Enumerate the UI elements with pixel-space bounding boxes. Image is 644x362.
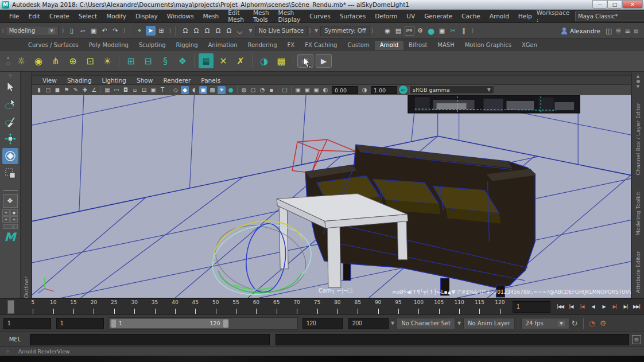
xray-icon[interactable]: ▣ <box>294 86 302 94</box>
anim-layer-field[interactable]: No Anim Layer <box>463 318 515 329</box>
arnold-renderview-button[interactable]: ◎ <box>297 54 313 68</box>
attribute-editor-toggle-icon[interactable]: ⧈ <box>633 27 639 35</box>
snap-to-point-icon[interactable]: Ω <box>202 26 212 36</box>
standin-export-icon[interactable]: ⊟ <box>141 53 156 68</box>
maximize-button[interactable]: □ <box>607 0 622 9</box>
shelf-tab[interactable]: Motion Graphics <box>460 41 517 50</box>
layout-small-button[interactable] <box>13 224 18 229</box>
shelf-tab[interactable]: Custom <box>342 41 374 50</box>
menu-item[interactable]: Arnold <box>485 13 514 20</box>
go-to-end-button[interactable]: ▶▶| <box>631 301 642 313</box>
channel-box-toggle-icon[interactable]: ≡ <box>623 27 631 35</box>
current-frame-field[interactable] <box>513 301 550 313</box>
outliner-tab[interactable]: Outliner <box>23 76 29 298</box>
animation-end-field[interactable] <box>348 318 389 329</box>
menu-item[interactable]: UV <box>402 13 420 20</box>
viewport-menu-item[interactable]: Panels <box>196 77 225 84</box>
wireframe-icon[interactable]: ◇ <box>172 86 180 94</box>
workspace-select[interactable]: Maya Classic*▼ <box>575 11 644 21</box>
menu-item[interactable]: Deform <box>370 13 402 20</box>
curve-collector-icon[interactable]: § <box>158 53 173 68</box>
select-camera-icon[interactable]: ▮ <box>35 86 43 94</box>
playback-loop-icon[interactable]: ↻ <box>569 319 580 328</box>
menu-set-select[interactable]: Modeling▼ <box>6 26 59 36</box>
render-sequence-button[interactable]: ▶ <box>316 54 332 68</box>
menu-item[interactable]: Create <box>45 13 74 20</box>
portal-light-icon[interactable]: ⊡ <box>83 53 98 68</box>
motion-blur-icon[interactable]: ▪ <box>267 86 276 94</box>
shadows-icon[interactable]: ● <box>227 86 235 94</box>
shelf-menu-icon[interactable]: ▾○ <box>3 56 13 66</box>
lock-camera-icon[interactable]: ◻ <box>44 86 52 94</box>
script-editor-icon[interactable]: ▤ <box>632 335 641 344</box>
standin-create-icon[interactable]: ⊞ <box>123 53 138 68</box>
resolution-gate-icon[interactable]: ◘ <box>122 86 130 94</box>
timeline-ticks[interactable]: 5101520253035404550556065707580859095100… <box>17 299 508 314</box>
menu-item[interactable]: Windows <box>162 13 199 20</box>
viewport-menu-item[interactable]: Lighting <box>98 77 131 84</box>
menu-item[interactable]: Cache <box>457 13 485 20</box>
step-back-key-button[interactable]: |◀ <box>577 301 587 313</box>
render-current-frame-icon[interactable]: ▤ <box>394 26 404 36</box>
go-to-start-button[interactable]: |◀◀ <box>555 301 565 313</box>
grip-handle[interactable]: ⁞⁞ <box>0 28 6 34</box>
animation-start-field[interactable] <box>3 318 51 329</box>
shelf-tab[interactable]: Bifrost <box>404 41 432 50</box>
flat-shade-icon[interactable]: ◖ <box>190 86 198 94</box>
menu-item[interactable]: Mesh <box>199 13 224 20</box>
select-tool[interactable] <box>2 79 18 95</box>
smooth-shade-icon[interactable]: ◆ <box>181 86 189 94</box>
shelf-tab[interactable]: Animation <box>203 41 243 50</box>
user-account-icon[interactable] <box>561 28 568 34</box>
viewport-menu-item[interactable]: Show <box>132 77 157 84</box>
live-surface-field[interactable]: No Live Surface <box>255 26 308 36</box>
snap-to-projected-center-icon[interactable]: Ω <box>213 26 223 36</box>
mesh-light-icon[interactable]: ⊕ <box>65 53 80 68</box>
range-slider[interactable]: 1 120 <box>108 317 298 330</box>
arnold-render-icon[interactable]: ● <box>426 26 436 36</box>
select-hierarchy-icon[interactable]: ⌖ <box>135 26 145 36</box>
snap-to-view-plane-icon[interactable]: Ω <box>224 26 234 36</box>
gamma-icon[interactable]: ◑ <box>360 86 368 94</box>
depth-of-field-icon[interactable]: ◔ <box>258 86 266 94</box>
shelf-tab[interactable]: Curves / Surfaces <box>23 41 84 50</box>
menu-item[interactable]: Help <box>514 13 537 20</box>
safe-action-icon[interactable]: ▣ <box>149 86 157 94</box>
user-name[interactable]: Alexandre <box>570 28 600 34</box>
undo-icon[interactable]: ↶ <box>100 26 110 36</box>
save-scene-icon[interactable]: ▣ <box>89 26 99 36</box>
new-scene-icon[interactable]: ▯ <box>67 26 77 36</box>
mel-command-input[interactable] <box>30 334 270 345</box>
checker-icon[interactable]: ▩ <box>208 86 216 94</box>
menu-item[interactable]: File <box>5 13 24 20</box>
select-object-icon[interactable]: ➤ <box>146 26 156 36</box>
minimize-button[interactable]: — <box>592 0 607 9</box>
character-set-field[interactable]: No Character Set <box>397 318 455 329</box>
photometric-light-icon[interactable]: ⋔ <box>48 53 63 68</box>
view-transform-select[interactable]: sRGB gamma▼ <box>409 85 494 94</box>
ambient-occlusion-icon[interactable]: ◍ <box>240 86 248 94</box>
move-tool[interactable] <box>2 131 18 147</box>
field-chart-icon[interactable]: ⊡ <box>140 86 148 94</box>
shelf-tab[interactable]: Rendering <box>242 41 282 50</box>
panel-scroll-arrows[interactable]: ▲▼ <box>637 72 640 95</box>
menu-item[interactable]: Mesh Display <box>274 9 305 23</box>
tab-modeling-toolkit[interactable]: Modeling Toolkit <box>635 192 641 236</box>
layout-wide-button[interactable] <box>3 224 13 229</box>
play-backwards-button[interactable]: ◀ <box>588 301 598 313</box>
shelf-tab[interactable]: Sculpting <box>134 41 171 50</box>
light-group-icon[interactable]: ◑ <box>257 53 271 68</box>
step-back-frame-button[interactable]: |◀ <box>566 301 576 313</box>
launch-sequence-icon[interactable]: ✂ <box>448 26 458 36</box>
tx-delete-icon[interactable]: ✗ <box>233 53 248 68</box>
safe-title-icon[interactable]: T <box>158 86 166 94</box>
bookmark-icon[interactable]: ⚑ <box>63 86 71 94</box>
symmetry-field[interactable]: Symmetry: Off <box>320 26 370 36</box>
menu-item[interactable]: Generate <box>420 13 457 20</box>
skydome-light-icon[interactable]: ◉ <box>31 53 46 68</box>
render-sequence-icon[interactable]: ▣ <box>437 26 447 36</box>
modeling-toolkit-toggle-icon[interactable]: ◫ <box>604 27 613 35</box>
exposure-icon[interactable]: ◐ <box>321 86 329 94</box>
close-button[interactable]: ✕ <box>622 0 643 9</box>
range-start-handle[interactable] <box>111 320 116 328</box>
